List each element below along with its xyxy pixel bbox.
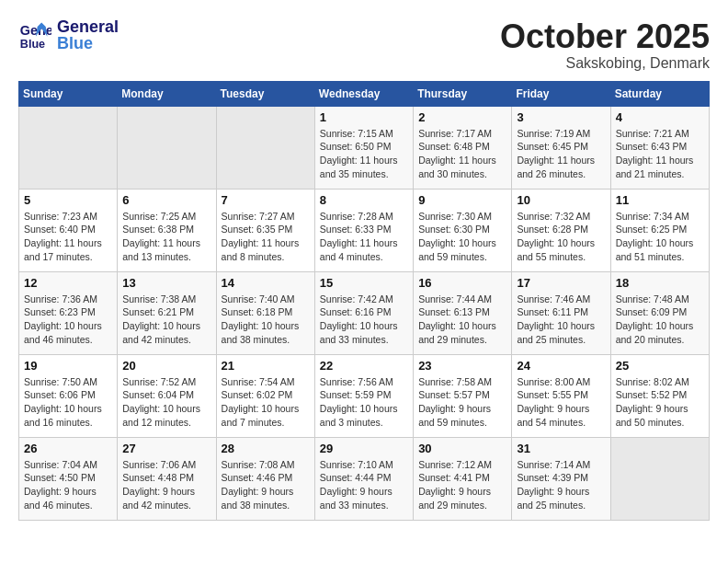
day-info: Sunrise: 7:10 AMSunset: 4:44 PMDaylight:… — [320, 458, 408, 512]
day-number: 15 — [320, 276, 408, 290]
calendar-cell: 8Sunrise: 7:28 AMSunset: 6:33 PMDaylight… — [314, 189, 413, 271]
logo-icon: General Blue — [18, 18, 51, 52]
calendar-week-row: 26Sunrise: 7:04 AMSunset: 4:50 PMDayligh… — [19, 437, 710, 520]
day-number: 3 — [517, 110, 605, 124]
day-number: 17 — [517, 276, 605, 290]
day-info: Sunrise: 7:48 AMSunset: 6:09 PMDaylight:… — [616, 293, 704, 347]
day-info: Sunrise: 7:44 AMSunset: 6:13 PMDaylight:… — [418, 293, 506, 347]
day-number: 31 — [517, 442, 605, 455]
calendar-cell: 30Sunrise: 7:12 AMSunset: 4:41 PMDayligh… — [414, 437, 512, 520]
calendar-cell: 12Sunrise: 7:36 AMSunset: 6:23 PMDayligh… — [19, 271, 118, 354]
day-info: Sunrise: 7:21 AMSunset: 6:43 PMDaylight:… — [616, 127, 704, 181]
day-number: 6 — [122, 193, 210, 207]
day-info: Sunrise: 7:19 AMSunset: 6:45 PMDaylight:… — [517, 127, 605, 181]
day-number: 19 — [24, 359, 112, 373]
day-info: Sunrise: 7:40 AMSunset: 6:18 PMDaylight:… — [222, 293, 310, 347]
calendar-cell: 18Sunrise: 7:48 AMSunset: 6:09 PMDayligh… — [610, 271, 709, 354]
calendar-cell: 27Sunrise: 7:06 AMSunset: 4:48 PMDayligh… — [118, 437, 216, 520]
day-number: 16 — [418, 276, 506, 290]
calendar-week-row: 19Sunrise: 7:50 AMSunset: 6:06 PMDayligh… — [19, 354, 710, 437]
day-number: 27 — [122, 442, 210, 455]
calendar-cell: 7Sunrise: 7:27 AMSunset: 6:35 PMDaylight… — [216, 189, 314, 271]
calendar-cell: 11Sunrise: 7:34 AMSunset: 6:25 PMDayligh… — [610, 189, 709, 271]
day-info: Sunrise: 7:54 AMSunset: 6:02 PMDaylight:… — [222, 375, 310, 430]
day-number: 8 — [320, 193, 408, 207]
day-number: 24 — [517, 359, 605, 373]
weekday-header: Tuesday — [216, 81, 314, 106]
day-number: 18 — [616, 276, 704, 290]
calendar-cell: 24Sunrise: 8:00 AMSunset: 5:55 PMDayligh… — [512, 354, 610, 437]
calendar-cell: 1Sunrise: 7:15 AMSunset: 6:50 PMDaylight… — [314, 106, 413, 189]
calendar-cell: 17Sunrise: 7:46 AMSunset: 6:11 PMDayligh… — [512, 271, 610, 354]
day-number: 4 — [616, 110, 704, 124]
location: Sakskobing, Denmark — [500, 55, 710, 72]
calendar-cell: 10Sunrise: 7:32 AMSunset: 6:28 PMDayligh… — [512, 189, 610, 271]
calendar-week-row: 5Sunrise: 7:23 AMSunset: 6:40 PMDaylight… — [19, 189, 710, 271]
day-number: 23 — [418, 359, 506, 373]
calendar-cell: 20Sunrise: 7:52 AMSunset: 6:04 PMDayligh… — [118, 354, 216, 437]
calendar-cell: 2Sunrise: 7:17 AMSunset: 6:48 PMDaylight… — [414, 106, 512, 189]
day-number: 30 — [418, 442, 506, 455]
calendar-table: SundayMondayTuesdayWednesdayThursdayFrid… — [18, 81, 710, 521]
calendar-cell: 28Sunrise: 7:08 AMSunset: 4:46 PMDayligh… — [216, 437, 314, 520]
calendar-cell: 6Sunrise: 7:25 AMSunset: 6:38 PMDaylight… — [118, 189, 216, 271]
weekday-row: SundayMondayTuesdayWednesdayThursdayFrid… — [19, 81, 710, 106]
day-number: 21 — [222, 359, 310, 373]
day-info: Sunrise: 7:27 AMSunset: 6:35 PMDaylight:… — [222, 210, 310, 264]
weekday-header: Friday — [512, 81, 610, 106]
calendar-header: SundayMondayTuesdayWednesdayThursdayFrid… — [19, 81, 710, 106]
day-info: Sunrise: 7:17 AMSunset: 6:48 PMDaylight:… — [418, 127, 506, 181]
day-info: Sunrise: 7:32 AMSunset: 6:28 PMDaylight:… — [517, 210, 605, 264]
day-info: Sunrise: 7:34 AMSunset: 6:25 PMDaylight:… — [616, 210, 704, 264]
day-info: Sunrise: 7:50 AMSunset: 6:06 PMDaylight:… — [24, 375, 112, 430]
day-number: 28 — [222, 442, 310, 455]
weekday-header: Sunday — [19, 81, 118, 106]
calendar-week-row: 1Sunrise: 7:15 AMSunset: 6:50 PMDaylight… — [19, 106, 710, 189]
day-number: 13 — [122, 276, 210, 290]
day-number: 22 — [320, 359, 408, 373]
day-info: Sunrise: 7:38 AMSunset: 6:21 PMDaylight:… — [122, 293, 210, 347]
weekday-header: Wednesday — [314, 81, 413, 106]
calendar-cell: 5Sunrise: 7:23 AMSunset: 6:40 PMDaylight… — [19, 189, 118, 271]
day-info: Sunrise: 7:14 AMSunset: 4:39 PMDaylight:… — [517, 458, 605, 512]
day-number: 10 — [517, 193, 605, 207]
day-number: 20 — [122, 359, 210, 373]
calendar-cell: 3Sunrise: 7:19 AMSunset: 6:45 PMDaylight… — [512, 106, 610, 189]
day-number: 5 — [24, 193, 112, 207]
day-number: 7 — [222, 193, 310, 207]
day-info: Sunrise: 7:36 AMSunset: 6:23 PMDaylight:… — [24, 293, 112, 347]
day-number: 9 — [418, 193, 506, 207]
day-info: Sunrise: 7:12 AMSunset: 4:41 PMDaylight:… — [418, 458, 506, 512]
day-info: Sunrise: 7:56 AMSunset: 5:59 PMDaylight:… — [320, 375, 408, 430]
calendar-cell: 29Sunrise: 7:10 AMSunset: 4:44 PMDayligh… — [314, 437, 413, 520]
day-info: Sunrise: 7:52 AMSunset: 6:04 PMDaylight:… — [122, 375, 210, 430]
day-info: Sunrise: 7:42 AMSunset: 6:16 PMDaylight:… — [320, 293, 408, 347]
title-block: October 2025 Sakskobing, Denmark — [500, 18, 710, 72]
calendar-week-row: 12Sunrise: 7:36 AMSunset: 6:23 PMDayligh… — [19, 271, 710, 354]
day-number: 14 — [222, 276, 310, 290]
calendar-cell: 13Sunrise: 7:38 AMSunset: 6:21 PMDayligh… — [118, 271, 216, 354]
day-number: 1 — [320, 110, 408, 124]
day-number: 26 — [24, 442, 112, 455]
weekday-header: Thursday — [414, 81, 512, 106]
weekday-header: Monday — [118, 81, 216, 106]
calendar-cell: 23Sunrise: 7:58 AMSunset: 5:57 PMDayligh… — [414, 354, 512, 437]
day-info: Sunrise: 7:46 AMSunset: 6:11 PMDaylight:… — [517, 293, 605, 347]
day-number: 29 — [320, 442, 408, 455]
day-info: Sunrise: 7:08 AMSunset: 4:46 PMDaylight:… — [222, 458, 310, 512]
day-info: Sunrise: 7:04 AMSunset: 4:50 PMDaylight:… — [24, 458, 112, 512]
calendar-cell — [118, 106, 216, 189]
svg-text:Blue: Blue — [20, 38, 45, 51]
calendar-cell: 16Sunrise: 7:44 AMSunset: 6:13 PMDayligh… — [414, 271, 512, 354]
day-info: Sunrise: 8:00 AMSunset: 5:55 PMDaylight:… — [517, 375, 605, 430]
day-info: Sunrise: 7:58 AMSunset: 5:57 PMDaylight:… — [418, 375, 506, 430]
day-info: Sunrise: 7:30 AMSunset: 6:30 PMDaylight:… — [418, 210, 506, 264]
calendar-cell: 19Sunrise: 7:50 AMSunset: 6:06 PMDayligh… — [19, 354, 118, 437]
day-number: 25 — [616, 359, 704, 373]
day-info: Sunrise: 7:15 AMSunset: 6:50 PMDaylight:… — [320, 127, 408, 181]
calendar-cell: 14Sunrise: 7:40 AMSunset: 6:18 PMDayligh… — [216, 271, 314, 354]
calendar-cell — [216, 106, 314, 189]
calendar-cell — [610, 437, 709, 520]
calendar-cell: 4Sunrise: 7:21 AMSunset: 6:43 PMDaylight… — [610, 106, 709, 189]
calendar-cell: 31Sunrise: 7:14 AMSunset: 4:39 PMDayligh… — [512, 437, 610, 520]
